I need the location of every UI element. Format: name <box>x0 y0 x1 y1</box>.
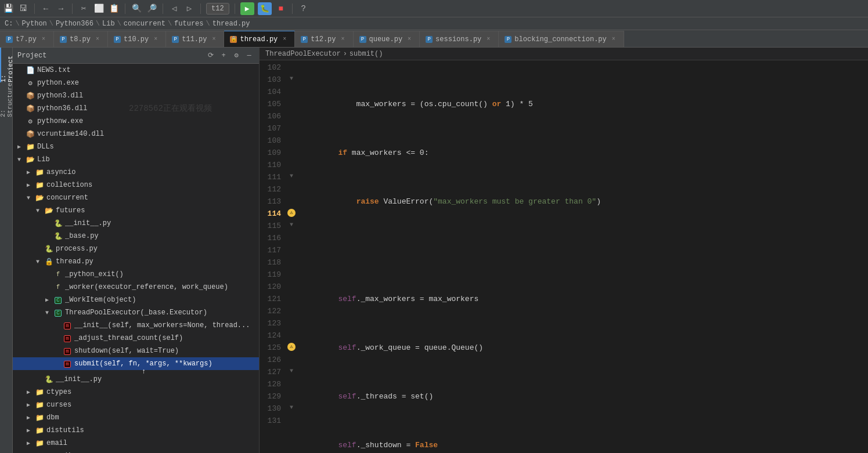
code-content[interactable]: max_workers = (os.cpu_count() or 1) * 5 … <box>297 60 868 453</box>
tree-item-thread-py[interactable]: ▼ 🔒 thread.py <box>13 255 259 268</box>
tree-item-vcruntime[interactable]: 📦 vcruntime140.dll <box>13 128 259 140</box>
redo-icon[interactable]: → <box>55 3 67 15</box>
tree-item-init-py[interactable]: 🐍 __init__.py <box>13 217 259 230</box>
email-label: email <box>46 439 67 447</box>
tree-item-futures[interactable]: ▼ 📂 futures <box>13 204 259 217</box>
tree-item-concurrent[interactable]: ▼ 📂 concurrent <box>13 191 259 204</box>
sidebar-add-icon[interactable]: + <box>218 50 229 61</box>
tree-item-email[interactable]: ▶ 📁 email <box>13 437 259 450</box>
forward-icon[interactable]: ▷ <box>183 3 195 15</box>
tree-item-encodings[interactable]: ▶ 📁 encodings <box>13 450 259 453</box>
ctypes-label: ctypes <box>46 388 71 396</box>
tree-item-init-method[interactable]: m __init__(self, max_workers=None, threa… <box>13 319 259 332</box>
breadcrumb: ThreadPoolExecutor › submit() <box>260 48 868 60</box>
tab-sessions[interactable]: P sessions.py × <box>420 31 499 47</box>
tree-item-worker[interactable]: f _worker(executor_reference, work_queue… <box>13 281 259 293</box>
undo-icon[interactable]: ← <box>40 3 52 15</box>
path-futures[interactable]: futures <box>174 20 203 28</box>
sidebar-sync-icon[interactable]: ⟳ <box>206 50 216 61</box>
tab-queue-close[interactable]: × <box>405 35 413 44</box>
copy-icon[interactable]: ⬜ <box>93 3 105 15</box>
tree-item-process-py[interactable]: 🐍 process.py <box>13 242 259 255</box>
path-concurrent[interactable]: concurrent <box>124 20 165 28</box>
debug-button[interactable]: 🐛 <box>258 2 272 15</box>
tree-item-threadpoolexecutor[interactable]: ▼ c ThreadPoolExecutor(_base.Executor) <box>13 306 259 319</box>
init-py-icon: 🐍 <box>53 219 63 228</box>
tree-item-init2-py[interactable]: 🐍 __init__.py <box>13 373 259 386</box>
paste-icon[interactable]: 📋 <box>108 3 120 15</box>
tab-t12[interactable]: P t12.py × <box>295 31 353 47</box>
dbm-folder-icon: 📁 <box>35 414 44 422</box>
python3dll-label: python3.dll <box>37 92 83 100</box>
tree-item-asyncio[interactable]: ▶ 📁 asyncio <box>13 166 259 179</box>
tab-t12-close[interactable]: × <box>339 35 347 44</box>
save2-icon[interactable]: 🖫 <box>17 3 29 15</box>
tab-t10[interactable]: P t10.py × <box>108 31 166 47</box>
vtab-project[interactable]: 1: Project <box>0 48 12 82</box>
gutter-104 <box>286 85 297 97</box>
stop-button[interactable]: ■ <box>275 3 287 15</box>
main-layout: 1: Project 2: Structure 2278562正在观看视频 Pr… <box>0 48 868 453</box>
path-c[interactable]: C: <box>5 20 13 28</box>
tree-item-news[interactable]: 📄 NEWS.txt <box>13 64 259 77</box>
path-lib[interactable]: Lib <box>102 20 115 28</box>
tree-item-python-exe[interactable]: ⚙ python.exe <box>13 77 259 89</box>
path-thread[interactable]: thread.py <box>213 20 250 28</box>
path-python[interactable]: Python <box>22 20 47 28</box>
tab-t7-close[interactable]: × <box>39 35 48 44</box>
process-py-label: process.py <box>56 245 98 253</box>
tree-item-adjust-thread[interactable]: m _adjust_thread_count(self) <box>13 332 259 345</box>
tab-thread[interactable]: 🔒 thread.py × <box>224 31 295 47</box>
tree-item-lib[interactable]: ▼ 📂 Lib <box>13 153 259 166</box>
path-python366[interactable]: Python366 <box>56 20 93 28</box>
code-line-102: max_workers = (os.cpu_count() or 1) * 5 <box>297 98 868 110</box>
tree-item-dlls[interactable]: ▶ 📁 DLLs <box>13 140 259 153</box>
save-icon[interactable]: 💾 <box>2 3 14 15</box>
help-icon[interactable]: ? <box>298 3 309 15</box>
tab-t12-icon: P <box>301 36 308 43</box>
search-icon[interactable]: 🔍 <box>131 3 142 15</box>
tree-item-curses[interactable]: ▶ 📁 curses <box>13 398 259 411</box>
tab-t10-close[interactable]: × <box>152 35 160 44</box>
vcruntime-label: vcruntime140.dll <box>37 130 104 138</box>
search2-icon[interactable]: 🔎 <box>146 3 157 15</box>
tab-t11-close[interactable]: × <box>210 35 218 44</box>
tree-item-distutils[interactable]: ▶ 📁 distutils <box>13 424 259 437</box>
code-area[interactable]: 102 103 104 105 106 107 108 109 110 111 … <box>260 60 868 453</box>
tab-t7[interactable]: P t7.py × <box>0 31 54 47</box>
tree-item-collections[interactable]: ▶ 📁 collections <box>13 179 259 191</box>
tree-item-dbm[interactable]: ▶ 📁 dbm <box>13 411 259 424</box>
tab-blocking[interactable]: P blocking_connection.py × <box>499 31 624 47</box>
asyncio-folder-icon: 📁 <box>35 168 44 177</box>
run-button[interactable]: ▶ <box>240 2 254 15</box>
tree-item-base-py[interactable]: 🐍 _base.py <box>13 230 259 242</box>
branch-selector[interactable]: t12 <box>206 3 229 15</box>
tab-t8[interactable]: P t8.py × <box>54 31 108 47</box>
gutter-120 <box>286 280 297 292</box>
gutter-113 <box>286 194 297 206</box>
cut-icon[interactable]: ✂ <box>78 3 89 15</box>
tree-item-python3dll[interactable]: 📦 python3.dll <box>13 89 259 102</box>
tree-item-python36dll[interactable]: 📦 python36.dll <box>13 102 259 115</box>
tree-item-shutdown[interactable]: m shutdown(self, wait=True) <box>13 345 259 357</box>
tree-item-python-exit[interactable]: f _python_exit() <box>13 268 259 281</box>
back-icon[interactable]: ◁ <box>168 3 180 15</box>
tree-item-workitem[interactable]: ▶ c _WorkItem(object) <box>13 293 259 306</box>
tab-thread-close[interactable]: × <box>280 35 289 44</box>
sidebar-gear-icon[interactable]: ⚙ <box>231 50 242 61</box>
tab-t8-close[interactable]: × <box>93 35 102 44</box>
gutter-124 <box>286 328 297 340</box>
tab-queue[interactable]: P queue.py × <box>354 31 420 47</box>
tab-blocking-close[interactable]: × <box>610 35 618 44</box>
gutter-123 <box>286 316 297 328</box>
tab-t11[interactable]: P t11.py × <box>166 31 224 47</box>
sidebar-collapse-icon[interactable]: — <box>244 50 254 61</box>
tab-queue-icon: P <box>359 36 366 43</box>
tree-item-submit[interactable]: m submit(self, fn, *args, **kwargs) <box>13 357 259 370</box>
tab-sessions-close[interactable]: × <box>484 35 492 44</box>
tree-item-ctypes[interactable]: ▶ 📁 ctypes <box>13 386 259 398</box>
tree-item-pythonw[interactable]: ⚙ pythonw.exe <box>13 115 259 128</box>
vtab-structure[interactable]: 2: Structure <box>0 82 12 117</box>
submit-label: submit(self, fn, *args, **kwargs) <box>74 360 213 368</box>
tab-blocking-icon: P <box>505 36 512 43</box>
